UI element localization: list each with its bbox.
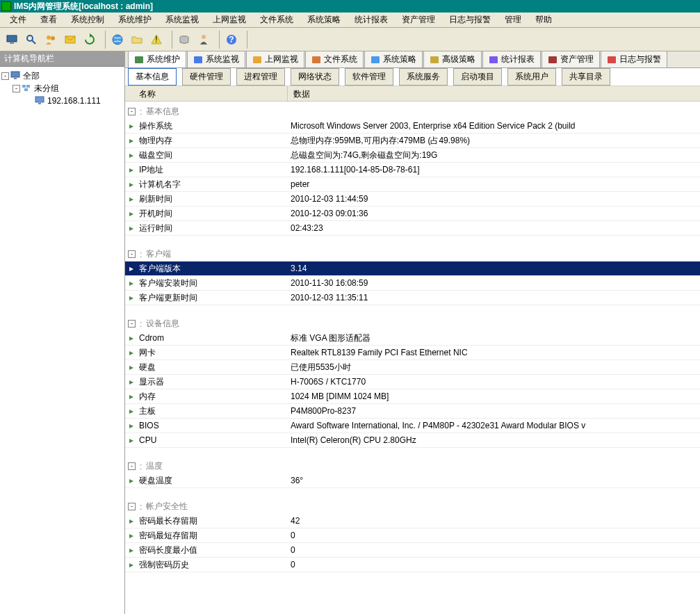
data-row[interactable]: ▸客户端安装时间2010-11-30 16:08:59	[125, 276, 700, 291]
menu-1[interactable]: 查看	[33, 13, 64, 27]
sub-tab-7[interactable]: 系统用户	[507, 68, 556, 86]
col-data[interactable]: 数据	[288, 86, 700, 101]
tb-users-icon[interactable]	[42, 31, 60, 49]
data-row[interactable]: ▸客户端版本3.14	[125, 261, 700, 276]
sub-tab-3[interactable]: 网络状态	[291, 68, 339, 86]
arrow-icon: ▸	[125, 391, 138, 401]
tb-warning-icon[interactable]: !	[147, 31, 165, 49]
data-row[interactable]: ▸硬盘温度36°	[125, 474, 700, 488]
grid-body[interactable]: -:基本信息▸操作系统Microsoft Windows Server 2003…	[125, 102, 700, 614]
group-header[interactable]: -:温度	[125, 456, 700, 474]
top-tab-2[interactable]: 上网监视	[246, 51, 304, 67]
top-tab-6[interactable]: 统计报表	[482, 51, 541, 67]
tb-globe-icon[interactable]	[108, 31, 127, 49]
group-header[interactable]: -:基本信息	[125, 102, 700, 119]
menu-8[interactable]: 统计报表	[348, 13, 395, 27]
sub-tab-5[interactable]: 系统服务	[399, 68, 448, 86]
collapse-icon[interactable]: -	[128, 108, 136, 115]
tb-db-icon[interactable]	[175, 31, 193, 49]
row-value: 0	[288, 560, 700, 569]
sub-tab-4[interactable]: 软件管理	[345, 68, 393, 86]
tb-mail-icon[interactable]	[61, 31, 79, 49]
arrow-icon: ▸	[125, 406, 138, 416]
data-row[interactable]: ▸计算机名字peter	[125, 177, 700, 192]
data-row[interactable]: ▸内存1024 MB [DIMM 1024 MB]	[125, 389, 700, 404]
menu-11[interactable]: 管理	[498, 13, 528, 27]
svg-rect-14	[14, 78, 17, 79]
menu-3[interactable]: 系统维护	[111, 13, 158, 27]
collapse-icon[interactable]: -	[128, 503, 136, 510]
tree-ip-node[interactable]: 192.168.1.111	[1, 95, 123, 107]
top-tab-3[interactable]: 文件系统	[305, 51, 364, 67]
group-header[interactable]: -:客户端	[125, 244, 700, 261]
tb-refresh-icon[interactable]	[81, 31, 99, 49]
arrow-icon: ▸	[125, 165, 138, 175]
top-tab-4[interactable]: 系统策略	[364, 51, 423, 67]
data-row[interactable]: ▸显示器H-7006S / KTC1770	[125, 375, 700, 389]
data-row[interactable]: ▸BIOSAward Software International, Inc. …	[125, 419, 700, 433]
monitor-icon	[10, 71, 22, 81]
top-tab-8[interactable]: 日志与报警	[601, 51, 667, 67]
nav-tree[interactable]: - 全部 - 未分组 192.168.1.111	[0, 67, 124, 614]
col-name[interactable]: 名称	[125, 86, 288, 101]
menu-0[interactable]: 文件	[3, 13, 33, 27]
menu-4[interactable]: 系统监视	[158, 13, 206, 27]
tb-folder-icon[interactable]	[128, 31, 146, 49]
top-tab-1[interactable]: 系统监视	[187, 51, 245, 67]
data-row[interactable]: ▸密码长度最小值0	[125, 543, 700, 558]
collapse-icon[interactable]: -	[128, 250, 136, 258]
expand-icon[interactable]: -	[13, 85, 20, 92]
sub-tab-1[interactable]: 硬件管理	[182, 68, 231, 86]
data-row[interactable]: ▸刷新时间2010-12-03 11:44:59	[125, 192, 700, 207]
row-name: 密码长度最小值	[138, 544, 288, 556]
tree-all[interactable]: - 全部	[1, 70, 123, 82]
data-row[interactable]: ▸强制密码历史0	[125, 558, 700, 572]
svg-rect-19	[38, 103, 41, 104]
data-row[interactable]: ▸IP地址192.168.1.111[00-14-85-D8-78-61]	[125, 163, 700, 177]
sub-tab-8[interactable]: 共享目录	[562, 68, 610, 86]
data-row[interactable]: ▸Cdrom标准 VGA 图形适配器	[125, 331, 700, 346]
menu-7[interactable]: 系统策略	[300, 13, 348, 27]
menu-10[interactable]: 日志与报警	[442, 13, 498, 27]
data-row[interactable]: ▸磁盘空间总磁盘空间为:74G,剩余磁盘空间为:19G	[125, 148, 700, 163]
row-value: 192.168.1.111[00-14-85-D8-78-61]	[288, 165, 700, 175]
tb-help-icon[interactable]: ?	[222, 31, 241, 49]
menu-12[interactable]: 帮助	[528, 13, 559, 27]
menu-9[interactable]: 资产管理	[395, 13, 442, 27]
data-row[interactable]: ▸运行时间02:43:23	[125, 221, 700, 236]
data-row[interactable]: ▸硬盘 已使用5535小时	[125, 360, 700, 375]
svg-rect-16	[26, 85, 30, 88]
data-row[interactable]: ▸开机时间2010-12-03 09:01:36	[125, 207, 700, 221]
data-row[interactable]: ▸主板P4M800Pro-8237	[125, 404, 700, 419]
tab-icon	[193, 55, 203, 65]
group-header[interactable]: -:帐户安全性	[125, 496, 700, 514]
sub-tab-6[interactable]: 启动项目	[453, 68, 502, 86]
expand-icon[interactable]: -	[1, 72, 9, 80]
data-row[interactable]: ▸操作系统Microsoft Windows Server 2003, Ente…	[125, 119, 700, 134]
group-header[interactable]: -:设备信息	[125, 314, 700, 331]
top-tab-0[interactable]: 系统维护	[128, 51, 186, 68]
collapse-icon[interactable]: -	[128, 320, 136, 328]
data-row[interactable]: ▸密码最长存留期42	[125, 514, 700, 528]
menu-6[interactable]: 文件系统	[253, 13, 300, 27]
collapse-icon[interactable]: -	[128, 462, 136, 470]
sub-tab-2[interactable]: 进程管理	[236, 68, 285, 86]
tree-ungrouped[interactable]: - 未分组	[1, 82, 123, 95]
data-row[interactable]: ▸客户端更新时间2010-12-03 11:35:11	[125, 291, 700, 305]
arrow-icon: ▸	[125, 531, 138, 540]
top-tab-5[interactable]: 高级策略	[423, 51, 482, 67]
row-name: 硬盘温度	[138, 475, 288, 487]
sub-tab-0[interactable]: 基本信息	[128, 68, 177, 86]
svg-rect-23	[312, 56, 320, 63]
top-tab-7[interactable]: 资产管理	[542, 51, 600, 67]
data-row[interactable]: ▸物理内存总物理内存:959MB,可用内存:479MB (占49.98%)	[125, 134, 700, 148]
tb-search-icon[interactable]	[22, 31, 40, 49]
data-row[interactable]: ▸CPUIntel(R) Celeron(R) CPU 2.80GHz	[125, 433, 700, 448]
arrow-icon: ▸	[125, 223, 138, 233]
menu-2[interactable]: 系统控制	[64, 13, 111, 27]
data-row[interactable]: ▸密码最短存留期0	[125, 528, 700, 543]
menu-5[interactable]: 上网监视	[206, 13, 253, 27]
tb-monitor-icon[interactable]	[3, 31, 21, 49]
data-row[interactable]: ▸网卡Realtek RTL8139 Family PCI Fast Ether…	[125, 346, 700, 360]
tb-person-icon[interactable]	[195, 31, 213, 49]
